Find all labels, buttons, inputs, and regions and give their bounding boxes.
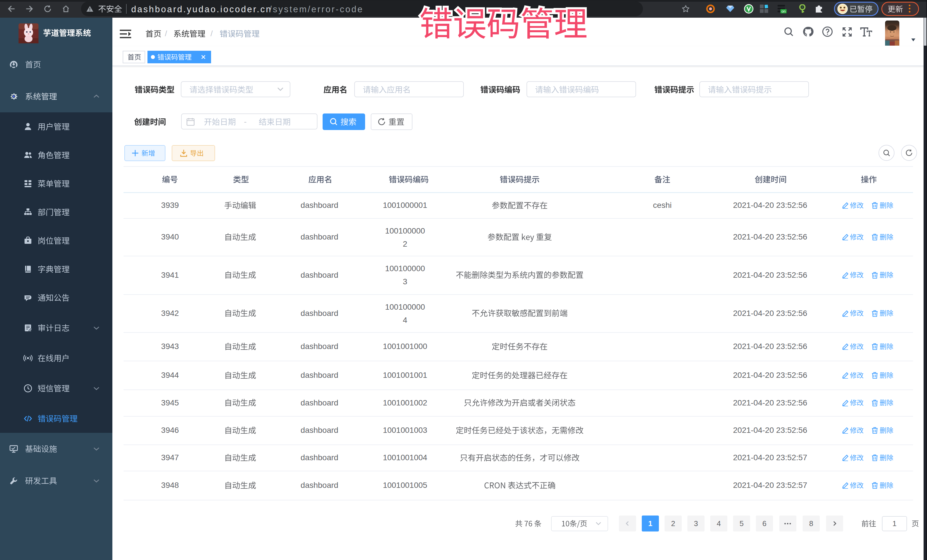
svg-text:on: on [781,9,786,14]
